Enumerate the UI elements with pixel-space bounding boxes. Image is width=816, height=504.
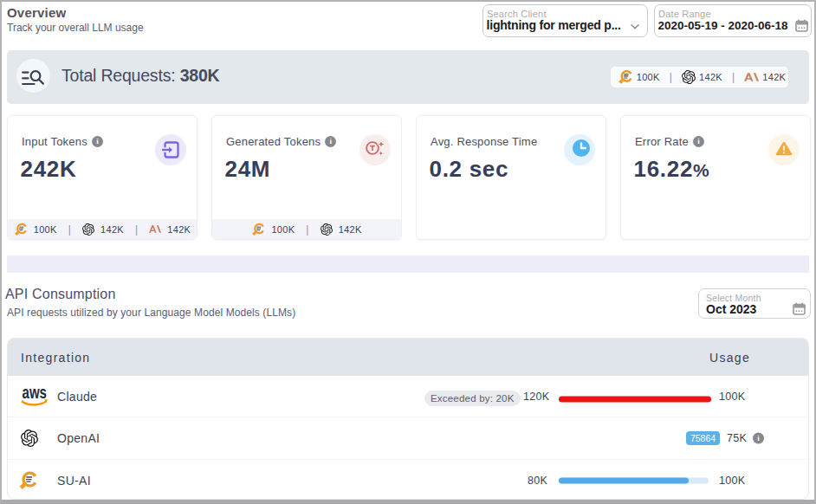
- svg-text:aws: aws: [23, 385, 47, 403]
